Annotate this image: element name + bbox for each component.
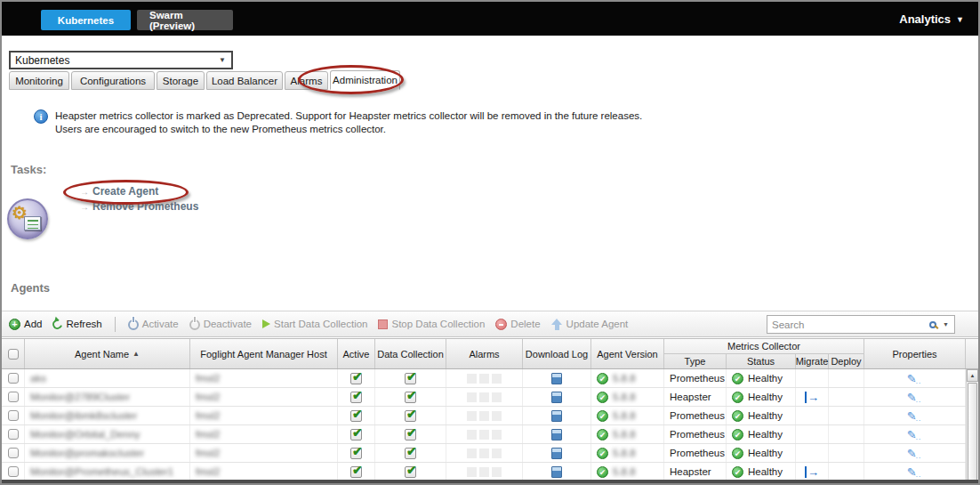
agent-host: fmsl2 [196, 466, 220, 477]
alarm-warning-box [492, 430, 502, 440]
collector-type: Prometheus [670, 410, 725, 421]
tab-alarms[interactable]: Alarms [285, 71, 328, 90]
tasks-icon: ⚙ [7, 198, 48, 239]
collector-status: Healthy [748, 373, 783, 384]
column-header-download-log[interactable]: Download Log [523, 339, 591, 368]
start-data-collection-button[interactable]: Start Data Collection [262, 319, 367, 329]
deactivate-button[interactable]: Deactivate [189, 318, 252, 330]
migrate-icon[interactable]: → [805, 392, 819, 403]
agent-name: Monitor@2789Cluster [30, 392, 130, 402]
tab-load-balancer[interactable]: Load Balancer [206, 71, 283, 90]
agent-host: fmsl2 [196, 392, 220, 402]
version-ok-icon [597, 448, 608, 459]
service-selector-dropdown[interactable]: Kubernetes ▼ [9, 51, 233, 69]
kubernetes-mode-button[interactable]: Kubernetes [41, 10, 131, 30]
remove-prometheus-link[interactable]: → Remove Prometheus [80, 200, 198, 213]
alarm-critical-box [479, 411, 489, 421]
vertical-scrollbar[interactable]: ▲ [966, 369, 978, 481]
active-check-icon [350, 466, 362, 478]
alarm-warning-box [492, 449, 502, 458]
tab-configurations[interactable]: Configurations [71, 71, 155, 90]
download-log-icon[interactable] [551, 373, 562, 384]
column-header-properties[interactable]: Properties [864, 339, 966, 368]
column-header-host[interactable]: Foglight Agent Manager Host [190, 339, 338, 368]
alarm-fatal-box [467, 467, 477, 477]
download-log-icon[interactable] [551, 448, 562, 459]
row-checkbox[interactable] [8, 410, 19, 421]
active-check-icon [350, 429, 362, 441]
download-log-icon[interactable] [551, 429, 562, 441]
tab-administration[interactable]: Administration [330, 70, 400, 90]
table-row[interactable]: Monitor@ibmk8scluster fmsl2 5.8.8 Promet… [2, 407, 978, 425]
table-row[interactable]: Monitor@promakscluster fmsl2 5.8.8 Prome… [2, 444, 978, 463]
tab-storage[interactable]: Storage [157, 71, 205, 90]
column-header-active[interactable]: Active [338, 339, 375, 368]
delete-button[interactable]: Delete [495, 319, 540, 330]
edit-dots: .. [916, 396, 921, 404]
sort-ascending-icon: ▲ [133, 349, 140, 360]
agent-host: fmsl2 [196, 429, 220, 440]
download-log-icon[interactable] [551, 392, 562, 403]
toolbar-divider [115, 317, 116, 332]
data-collection-check-icon [405, 410, 416, 422]
healthy-status-icon [732, 392, 743, 403]
alarm-warning-box [492, 392, 502, 402]
row-checkbox[interactable] [8, 392, 19, 402]
window-bottom-border [2, 480, 978, 483]
table-body: aks fmsl2 5.8.8 Prometheus Healthy .. Mo… [2, 369, 978, 481]
row-checkbox[interactable] [8, 448, 19, 458]
scroll-up-button[interactable]: ▲ [967, 369, 978, 382]
alarm-fatal-box [467, 430, 477, 440]
swarm-mode-button[interactable]: Swarm (Preview) [137, 10, 233, 30]
add-label: Add [24, 319, 42, 329]
search-icon[interactable] [929, 321, 936, 328]
select-all-checkbox[interactable] [8, 349, 19, 360]
migrate-icon[interactable]: → [805, 466, 819, 478]
version-ok-icon [597, 410, 608, 422]
add-button[interactable]: Add [9, 319, 42, 330]
update-agent-button[interactable]: Update Agent [551, 319, 629, 330]
column-header-alarms[interactable]: Alarms [446, 339, 523, 368]
column-header-deploy[interactable]: Deploy [829, 354, 864, 368]
stop-data-collection-button[interactable]: Stop Data Collection [378, 319, 485, 329]
column-header-agent-name[interactable]: Agent Name ▲ [25, 339, 190, 368]
chevron-down-icon: ▼ [956, 15, 964, 24]
table-row[interactable]: Monitor@Prometheus_Cluster1 fmsl2 5.8.8 … [2, 463, 978, 481]
deactivate-label: Deactivate [204, 319, 252, 329]
version-ok-icon [597, 466, 608, 478]
analytics-menu[interactable]: Analytics ▼ [899, 2, 964, 36]
scrollbar-thumb[interactable] [968, 383, 977, 481]
alarm-critical-box [479, 449, 489, 458]
column-header-type[interactable]: Type [664, 354, 727, 368]
column-header-agent-version[interactable]: Agent Version [591, 339, 664, 368]
download-log-icon[interactable] [551, 410, 562, 422]
create-agent-link[interactable]: → Create Agent [80, 185, 198, 198]
column-header-status[interactable]: Status [727, 354, 796, 368]
alarm-critical-box [479, 374, 489, 384]
stop-data-collection-label: Stop Data Collection [391, 319, 485, 329]
download-log-icon[interactable] [551, 466, 562, 478]
version-ok-icon [597, 429, 608, 441]
activate-button[interactable]: Activate [128, 318, 179, 330]
chevron-down-icon: ▼ [219, 56, 231, 64]
row-checkbox[interactable] [8, 466, 19, 477]
column-header-data-collection[interactable]: Data Collection [375, 339, 446, 368]
tasks-heading: Tasks: [11, 163, 46, 176]
table-row[interactable]: Monitor@2789Cluster fmsl2 5.8.8 Heapster… [2, 388, 978, 407]
refresh-icon [51, 317, 64, 330]
search-options-caret-icon[interactable]: ▼ [939, 321, 954, 327]
table-row[interactable]: Monitor@Orbital_Denny fmsl2 5.8.8 Promet… [2, 425, 978, 444]
column-header-migrate[interactable]: Migrate [796, 354, 829, 368]
collector-status: Healthy [748, 392, 783, 402]
agent-name: Monitor@Orbital_Denny [30, 429, 141, 440]
agent-name-header-label: Agent Name [75, 349, 129, 360]
tab-monitoring[interactable]: Monitoring [9, 71, 69, 90]
table-row[interactable]: aks fmsl2 5.8.8 Prometheus Healthy .. [2, 369, 978, 388]
refresh-button[interactable]: Refresh [52, 319, 101, 329]
edit-dots: .. [916, 433, 921, 441]
search-input[interactable] [767, 319, 929, 330]
healthy-status-icon [732, 373, 743, 384]
agent-host: fmsl2 [196, 373, 220, 384]
row-checkbox[interactable] [8, 373, 19, 384]
row-checkbox[interactable] [8, 429, 19, 440]
